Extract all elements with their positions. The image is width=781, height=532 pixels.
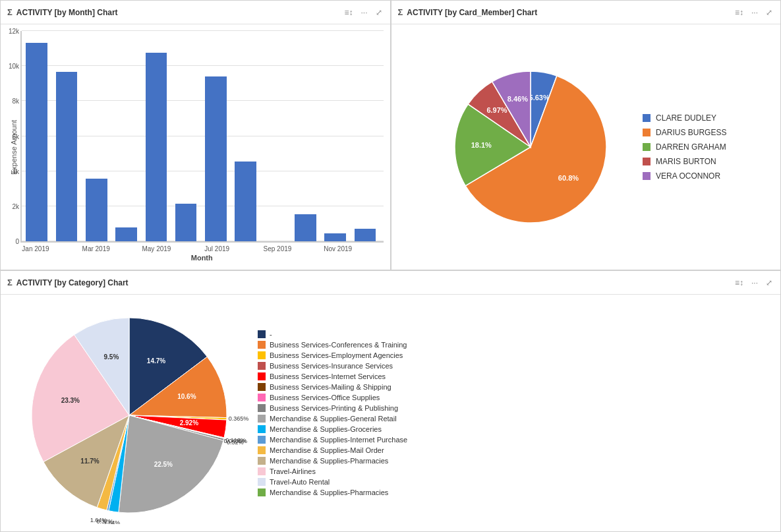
dashboard: Σ ACTIVITY [by Month] Chart ≡↕ ··· ⤢ Exp… [0, 0, 781, 532]
svg-text:18.1%: 18.1% [471, 141, 492, 149]
bar[interactable] [86, 179, 107, 241]
sigma-icon-bar: Σ [7, 7, 13, 17]
pie-legend: CLARE DUDLEYDARIUS BURGESSDARREN GRAHAMM… [643, 113, 726, 181]
legend-label: VERA OCONNOR [656, 171, 720, 181]
bar-chart-panel: Σ ACTIVITY [by Month] Chart ≡↕ ··· ⤢ Exp… [0, 0, 391, 270]
bar-item[interactable] [231, 38, 260, 241]
legend-item: DARIUS BURGESS [643, 128, 726, 137]
svg-text:0.32%: 0.32% [227, 438, 244, 445]
bar[interactable] [115, 227, 137, 241]
bar-chart-title: Σ ACTIVITY [by Month] Chart [7, 7, 343, 17]
category-legend-color [258, 330, 266, 338]
category-legend-item: Travel-Airlines [258, 467, 767, 475]
category-legend-item: Merchandise & Supplies-Pharmacies [258, 457, 767, 465]
filter-icon-pie[interactable]: ≡↕ [734, 7, 745, 18]
svg-text:8.46%: 8.46% [507, 95, 528, 103]
sigma-icon-cat: Σ [7, 278, 13, 287]
category-legend-label: Business Services-Employment Agencies [270, 351, 403, 359]
bar[interactable] [324, 233, 346, 241]
category-legend-color [258, 351, 266, 359]
legend-item: MARIS BURTON [643, 157, 726, 166]
category-legend-label: - [270, 330, 272, 338]
bar-chart-header: Σ ACTIVITY [by Month] Chart ≡↕ ··· ⤢ [1, 1, 390, 24]
category-legend-item: Business Services-Conferences & Training [258, 341, 767, 349]
category-legend-label: Merchandise & Supplies-General Retail [270, 415, 397, 423]
bar-item[interactable] [201, 38, 231, 241]
category-legend-item: Business Services-Printing & Publishing [258, 404, 767, 412]
bar-chart-actions: ≡↕ ··· ⤢ [343, 7, 383, 18]
bar[interactable] [175, 204, 197, 241]
category-legend-color [258, 341, 266, 349]
category-legend-color [258, 394, 266, 401]
bar-item[interactable] [111, 38, 141, 241]
category-legend-item: Business Services-Office Supplies [258, 394, 767, 401]
legend-color [643, 158, 651, 165]
svg-text:5.63%: 5.63% [529, 94, 550, 102]
category-pie-wrap: 14.7%10.6%0.365%2.92%0.116%0.0405%0.32%2… [14, 300, 251, 527]
category-legend-color [258, 425, 266, 433]
category-legend-color [258, 404, 266, 412]
svg-text:9.5%: 9.5% [104, 353, 119, 360]
bar-item[interactable] [260, 38, 290, 241]
pie-svg: 5.63%60.8%18.1%6.97%8.46% [445, 55, 629, 239]
category-legend-item: Business Services-Internet Services [258, 372, 767, 380]
category-chart-area: 14.7%10.6%0.365%2.92%0.116%0.0405%0.32%2… [1, 295, 780, 531]
svg-text:23.3%: 23.3% [61, 397, 80, 404]
more-icon-pie[interactable]: ··· [750, 7, 759, 18]
category-legend-label: Business Services-Insurance Services [270, 362, 393, 370]
sort-icon-bar[interactable]: ≡↕ [343, 7, 354, 18]
bar-item[interactable] [51, 38, 81, 241]
pie-chart-panel: Σ ACTIVITY [by Card_Member] Chart ≡↕ ···… [391, 0, 782, 270]
pie-chart-title: Σ ACTIVITY [by Card_Member] Chart [398, 7, 734, 17]
bar-chart-area: Expense Amount 02k4k6k8k10k12k Jan 2019M… [1, 24, 390, 270]
more-icon-bar[interactable]: ··· [359, 7, 368, 18]
resize-icon-bar[interactable]: ⤢ [374, 7, 384, 18]
svg-text:22.5%: 22.5% [154, 461, 173, 468]
category-legend-item: - [258, 330, 767, 338]
bar-item[interactable] [22, 38, 51, 241]
category-legend-color [258, 436, 266, 444]
category-legend-label: Merchandise & Supplies-Groceries [270, 425, 382, 433]
resize-icon-pie[interactable]: ⤢ [765, 7, 774, 18]
bar[interactable] [56, 72, 78, 242]
category-legend-item: Merchandise & Supplies-General Retail [258, 415, 767, 423]
svg-text:10.6%: 10.6% [177, 392, 196, 399]
category-legend-label: Merchandise & Supplies-Internet Purchase [270, 436, 407, 444]
bar-item[interactable] [171, 38, 200, 241]
category-legend-label: Merchandise & Supplies-Pharmacies [270, 457, 388, 465]
bar-item[interactable] [320, 38, 350, 241]
bar[interactable] [26, 43, 47, 241]
legend-color [643, 129, 651, 136]
svg-text:14.7%: 14.7% [147, 357, 165, 364]
pie-chart-area: 5.63%60.8%18.1%6.97%8.46% CLARE DUDLEYDA… [391, 24, 781, 270]
bar-item[interactable] [291, 38, 320, 241]
resize-icon-cat[interactable]: ⤢ [765, 277, 774, 289]
category-legend-color [258, 446, 266, 454]
bar[interactable] [295, 214, 316, 241]
svg-text:60.8%: 60.8% [558, 174, 579, 182]
legend-label: DARIUS BURGESS [656, 128, 726, 137]
category-legend-scroll-hint: Merchandise & Supplies-Pharmacies [258, 488, 767, 496]
filter-icon-cat[interactable]: ≡↕ [734, 277, 745, 289]
bar-item[interactable] [350, 38, 380, 241]
legend-color [643, 114, 651, 122]
category-legend-item: Merchandise & Supplies-Mail Order [258, 446, 767, 454]
category-chart-actions: ≡↕ ··· ⤢ [734, 277, 774, 289]
category-legend-label: Travel-Airlines [270, 467, 316, 475]
bar-item[interactable] [141, 38, 171, 241]
bar[interactable] [146, 53, 167, 241]
pie-chart-content: 5.63%60.8%18.1%6.97%8.46% CLARE DUDLEYDA… [398, 31, 774, 263]
category-legend: -Business Services-Conferences & Trainin… [258, 330, 767, 496]
bar[interactable] [355, 229, 376, 241]
category-chart-title: Σ ACTIVITY [by Category] Chart [7, 278, 734, 287]
bar[interactable] [235, 162, 256, 241]
category-legend-item: Business Services-Employment Agencies [258, 351, 767, 359]
more-icon-cat[interactable]: ··· [750, 277, 759, 289]
pie-chart-header: Σ ACTIVITY [by Card_Member] Chart ≡↕ ···… [391, 1, 781, 24]
legend-label: CLARE DUDLEY [656, 113, 716, 123]
svg-text:0.365%: 0.365% [229, 415, 249, 422]
bar-item[interactable] [82, 38, 111, 241]
category-legend-color [258, 415, 266, 423]
legend-label: DARREN GRAHAM [656, 142, 726, 152]
bar[interactable] [205, 76, 227, 241]
